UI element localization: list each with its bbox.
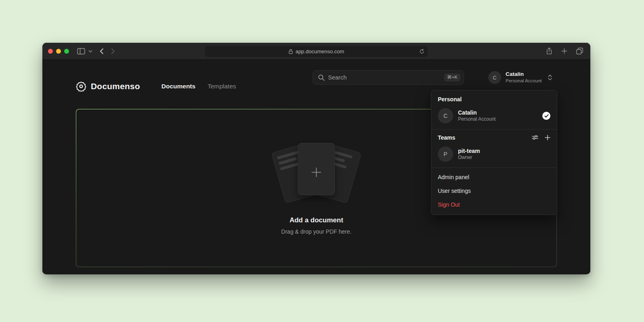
manage-teams-icon[interactable] [532, 135, 538, 140]
personal-account-name: Catalin [458, 109, 496, 116]
brand[interactable]: Documenso [76, 81, 140, 92]
refresh-icon[interactable] [419, 49, 424, 54]
main-nav: Documents Templates [161, 83, 236, 90]
account-name: Catalin [506, 71, 542, 78]
browser-toolbar: app.documenso.com [42, 43, 590, 60]
url-text: app.documenso.com [295, 48, 344, 54]
tab-overview-icon[interactable] [575, 46, 585, 56]
team-name: pit-team [458, 147, 480, 155]
zoom-window-button[interactable] [64, 49, 69, 54]
account-dropdown-menu: Personal C Catalin Personal Account Team… [431, 90, 557, 215]
traffic-lights [48, 49, 69, 54]
account-avatar: C [488, 71, 501, 84]
minimize-window-button[interactable] [56, 49, 61, 54]
browser-window: app.documenso.com [42, 43, 590, 274]
nav-templates[interactable]: Templates [207, 83, 236, 90]
documents-illustration [272, 141, 361, 204]
lock-icon [289, 49, 293, 54]
menu-item-admin-panel[interactable]: Admin panel [431, 170, 557, 184]
create-team-plus-icon[interactable] [545, 135, 550, 140]
forward-button[interactable] [109, 46, 117, 56]
dropzone-title: Add a document [289, 216, 343, 224]
menu-item-user-settings[interactable]: User settings [431, 184, 557, 198]
personal-account-avatar: C [438, 108, 453, 123]
documenso-logo-icon [76, 81, 86, 92]
team-item[interactable]: P pit-team Owner [431, 145, 557, 167]
add-document-plus-icon [310, 166, 322, 178]
menu-actions: Admin panel User settings Sign Out [431, 168, 557, 215]
personal-account-item[interactable]: C Catalin Personal Account [431, 107, 557, 129]
tab-group-chevron-icon[interactable] [87, 48, 94, 54]
search-input[interactable] [328, 74, 441, 81]
selected-check-icon [542, 112, 550, 120]
personal-account-subtitle: Personal Account [458, 116, 496, 123]
sidebar-toggle-icon[interactable] [75, 46, 87, 56]
dropzone-subtitle: Drag & drop your PDF here. [281, 228, 351, 235]
new-tab-icon[interactable] [560, 46, 569, 56]
search-bar[interactable]: ⌘+K [313, 70, 464, 85]
account-menu-trigger[interactable]: C Catalin Personal Account [488, 69, 552, 86]
personal-section-heading: Personal [431, 90, 557, 107]
teams-heading-label: Teams [438, 134, 455, 141]
search-shortcut-badge: ⌘+K [444, 73, 460, 82]
account-subtitle: Personal Account [506, 78, 542, 84]
teams-section-heading-row: Teams [431, 130, 557, 145]
menu-item-sign-out[interactable]: Sign Out [431, 198, 557, 211]
documenso-page: Documenso Documents Templates ⌘+K C Cata… [42, 60, 590, 274]
share-icon[interactable] [544, 46, 554, 56]
nav-documents[interactable]: Documents [161, 83, 195, 90]
team-role: Owner [458, 155, 480, 161]
address-bar[interactable]: app.documenso.com [205, 46, 428, 57]
document-card-center [298, 143, 335, 195]
team-avatar: P [438, 146, 453, 162]
close-window-button[interactable] [48, 49, 53, 54]
search-icon [318, 74, 325, 81]
brand-name: Documenso [91, 82, 140, 91]
chevron-up-down-icon [548, 74, 552, 81]
back-button[interactable] [98, 46, 105, 56]
